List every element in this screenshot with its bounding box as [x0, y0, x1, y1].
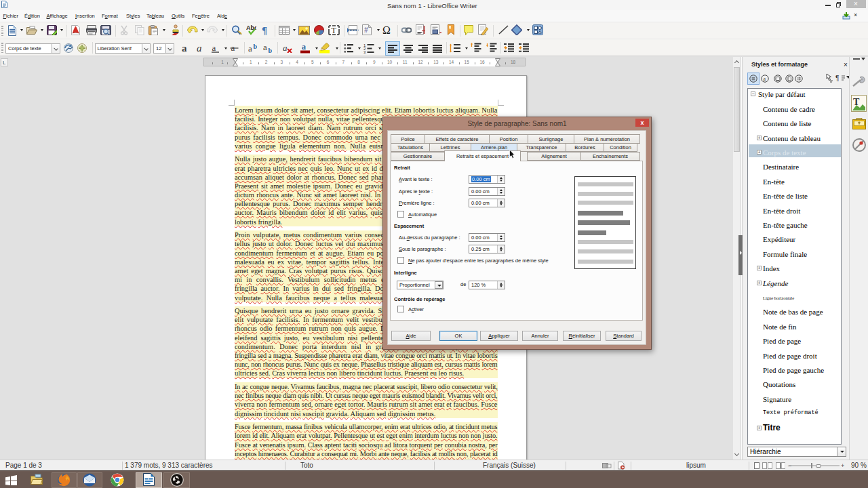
svg-text:a: a	[763, 76, 766, 82]
svg-text:a: a	[248, 43, 252, 53]
svg-text:a: a	[302, 43, 306, 52]
svg-text:T: T	[332, 26, 337, 35]
svg-text:¶: ¶	[835, 75, 839, 82]
svg-text:¶: ¶	[262, 25, 267, 35]
svg-text:b: b	[254, 43, 258, 50]
svg-text:#: #	[364, 26, 368, 34]
svg-text:a: a	[212, 43, 216, 53]
svg-text:b: b	[269, 47, 273, 53]
svg-text:a: a	[197, 43, 202, 53]
svg-text:a: a	[263, 43, 267, 52]
svg-text:a: a	[283, 43, 288, 53]
svg-text:a: a	[182, 43, 187, 53]
svg-text:3: 3	[363, 50, 366, 54]
svg-text:Ω: Ω	[382, 24, 391, 35]
